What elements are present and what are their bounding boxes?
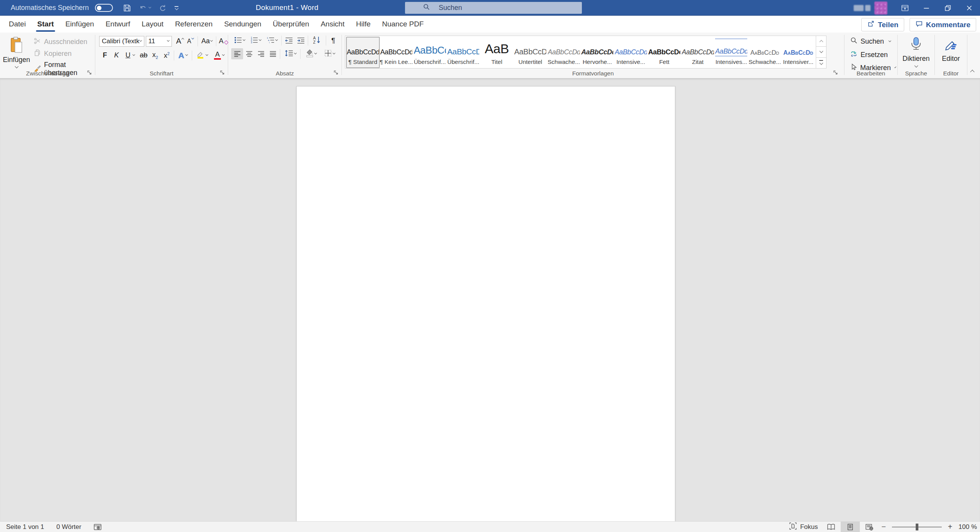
- tab-ueberpruefen[interactable]: Überprüfen: [267, 16, 315, 33]
- highlight-color-button[interactable]: [193, 50, 211, 61]
- strikethrough-button[interactable]: ab: [138, 50, 149, 61]
- copy-icon: [34, 49, 41, 59]
- autosave-toggle[interactable]: [95, 4, 113, 12]
- numbering-button[interactable]: 123: [247, 35, 263, 46]
- tab-referenzen[interactable]: Referenzen: [169, 16, 218, 33]
- collapse-ribbon-icon[interactable]: [971, 68, 974, 75]
- customize-quick-access-icon[interactable]: [175, 6, 178, 10]
- style-intensives-zitat[interactable]: AaBbCcDdIntensives...: [715, 37, 748, 68]
- tab-einfuegen[interactable]: Einfügen: [60, 16, 100, 33]
- text-effects-button[interactable]: A: [175, 50, 191, 61]
- search-box[interactable]: Suchen: [405, 2, 582, 14]
- tab-sendungen[interactable]: Sendungen: [218, 16, 267, 33]
- align-right-button[interactable]: [255, 48, 267, 59]
- tab-ansicht[interactable]: Ansicht: [315, 16, 350, 33]
- tab-nuance-pdf[interactable]: Nuance PDF: [376, 16, 430, 33]
- styles-dialog-launcher-icon[interactable]: [833, 70, 839, 77]
- print-layout-button[interactable]: [841, 522, 860, 532]
- close-button[interactable]: [959, 0, 980, 16]
- sort-button[interactable]: AZ: [309, 35, 325, 46]
- text-effects-icon: A: [178, 51, 184, 60]
- clear-formatting-button[interactable]: A: [219, 36, 228, 47]
- align-left-button[interactable]: [231, 48, 243, 59]
- find-button[interactable]: Suchen: [848, 36, 897, 47]
- restore-button[interactable]: [937, 0, 959, 16]
- style-schwacher-verweis[interactable]: AaBbCcDdSchwache...: [748, 37, 782, 68]
- style-kein-leerraum[interactable]: AaBbCcDd¶ Kein Lee...: [380, 37, 413, 68]
- font-color-button[interactable]: A: [211, 50, 228, 61]
- style-intensiver-verweis[interactable]: AaBbCcDdIntensiver...: [782, 37, 815, 68]
- clipboard-dialog-launcher-icon[interactable]: [87, 70, 93, 77]
- bullets-button[interactable]: [231, 35, 247, 46]
- style-ueberschrift-2[interactable]: AaBbCcDÜberschrif...: [447, 37, 480, 68]
- paragraph-dialog-launcher-icon[interactable]: [333, 70, 339, 77]
- caret-up-icon: [181, 38, 184, 41]
- minimize-button[interactable]: [916, 0, 937, 16]
- dictate-button[interactable]: Diktieren: [902, 34, 929, 67]
- save-icon[interactable]: [123, 4, 131, 12]
- group-language: Diktieren Sprache: [898, 33, 934, 78]
- ribbon-display-options-icon[interactable]: [894, 0, 916, 16]
- paste-chevron-icon: [15, 65, 18, 69]
- increase-indent-button[interactable]: [295, 35, 307, 46]
- bold-button[interactable]: F: [99, 50, 111, 61]
- decrease-indent-button[interactable]: [283, 35, 295, 46]
- group-label-editor: Editor: [935, 70, 967, 77]
- read-mode-button[interactable]: [822, 522, 841, 532]
- style-untertitel[interactable]: AaBbCcDUntertitel: [514, 37, 547, 68]
- autosave-label: Automatisches Speichern: [11, 4, 89, 12]
- styles-more-button[interactable]: [816, 58, 826, 68]
- comments-button[interactable]: Kommentare: [910, 18, 976, 31]
- style-standard[interactable]: AaBbCcDd¶ Standard: [346, 37, 380, 68]
- zoom-slider-thumb[interactable]: [916, 524, 918, 530]
- show-paragraph-marks-button[interactable]: ¶: [327, 35, 339, 46]
- subscript-button[interactable]: x2: [149, 50, 161, 61]
- tab-hilfe[interactable]: Hilfe: [350, 16, 376, 33]
- share-button[interactable]: Teilen: [861, 18, 904, 31]
- zoom-percentage[interactable]: 100 %: [959, 523, 977, 531]
- editor-pen-icon: [943, 36, 959, 53]
- align-center-button[interactable]: [243, 48, 255, 59]
- zoom-out-button[interactable]: −: [879, 522, 888, 531]
- style-ueberschrift-1[interactable]: AaBbCcÜberschrif...: [413, 37, 447, 68]
- shading-button[interactable]: [302, 48, 320, 59]
- justify-button[interactable]: [267, 48, 279, 59]
- word-count[interactable]: 0 Wörter: [50, 522, 87, 532]
- tab-entwurf[interactable]: Entwurf: [100, 16, 136, 33]
- font-name-select[interactable]: Calibri (Textk: [99, 36, 144, 47]
- focus-mode-button[interactable]: Fokus: [785, 522, 822, 532]
- italic-button[interactable]: K: [111, 50, 122, 61]
- shrink-font-button[interactable]: A: [186, 36, 195, 47]
- superscript-button[interactable]: x2: [161, 50, 172, 61]
- style-hervorhebung[interactable]: AaBbCcDdHervorhe...: [581, 37, 614, 68]
- style-fett[interactable]: AaBbCcDcFett: [648, 37, 681, 68]
- font-size-select[interactable]: 11: [146, 36, 172, 47]
- change-case-button[interactable]: Aa: [201, 36, 213, 47]
- zoom-slider[interactable]: [892, 527, 942, 527]
- editor-button[interactable]: Editor: [942, 34, 960, 63]
- multilevel-list-button[interactable]: 1ai: [263, 35, 280, 46]
- tab-layout[interactable]: Layout: [136, 16, 169, 33]
- styles-scroll-down-button[interactable]: [816, 47, 826, 57]
- zoom-in-button[interactable]: +: [946, 522, 955, 531]
- tab-datei[interactable]: Datei: [3, 16, 31, 33]
- style-zitat[interactable]: AaBbCcDdZitat: [681, 37, 715, 68]
- document-page[interactable]: [296, 86, 675, 521]
- line-spacing-button[interactable]: [281, 48, 299, 59]
- eraser-diamond-icon: [224, 40, 228, 44]
- style-titel[interactable]: AaBTitel: [480, 37, 514, 68]
- style-schwache-hervorhebung[interactable]: AaBbCcDdSchwache...: [547, 37, 581, 68]
- page-count[interactable]: Seite 1 von 1: [0, 522, 50, 532]
- styles-scroll-up-button[interactable]: [816, 36, 826, 47]
- grow-font-button[interactable]: A: [176, 36, 185, 47]
- replace-button[interactable]: bc Ersetzen: [848, 49, 897, 60]
- group-label-paragraph: Absatz: [228, 70, 341, 77]
- tab-start[interactable]: Start: [31, 16, 59, 33]
- web-layout-button[interactable]: [860, 522, 879, 532]
- font-dialog-launcher-icon[interactable]: [220, 70, 225, 77]
- avatar[interactable]: [874, 2, 887, 15]
- borders-button[interactable]: [320, 48, 338, 59]
- underline-button[interactable]: U: [122, 50, 138, 61]
- macro-record-icon[interactable]: [87, 522, 108, 532]
- style-intensive-hervorhebung[interactable]: AaBbCcDdIntensive...: [614, 37, 648, 68]
